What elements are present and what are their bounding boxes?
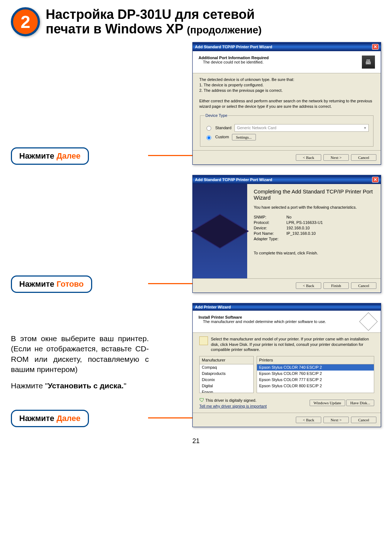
callout-prefix: Нажмите (19, 279, 57, 289)
disk-icon (199, 336, 208, 345)
fieldset-legend: Device Type (205, 113, 228, 118)
back-button[interactable]: < Back (296, 154, 321, 161)
window-title: Add Printer Wizard (195, 305, 231, 309)
title-line1: Настройка DP-301U для сетевой (46, 7, 255, 22)
list-item[interactable]: Dataproducts (200, 371, 253, 377)
have-disk-prefix: Нажмите " (11, 381, 48, 390)
header-bold: Install Printer Software (199, 315, 242, 319)
dropdown-card[interactable]: Generic Network Card ▾ (234, 124, 369, 132)
finish-button[interactable]: Finish (323, 282, 349, 289)
dialog-footer: < Back Next > Cancel (193, 413, 381, 427)
callout-highlight: Далее (57, 414, 81, 423)
next-button[interactable]: Next > (323, 154, 349, 161)
select-printer-text: В этом окне выберите ваш принтер. (Если … (11, 334, 149, 375)
dialog-footer: < Back Finish Cancel (193, 278, 381, 293)
back-button[interactable]: < Back (296, 417, 321, 423)
connector-line (148, 283, 193, 284)
instruction-text: Select the manufacturer and model of you… (211, 336, 374, 353)
list-item[interactable]: Epson Stylus COLOR 800 ESC/P 2 (257, 383, 374, 389)
back-button[interactable]: < Back (296, 282, 321, 289)
protocol-value: LPR, PS-116633-U1 (286, 220, 323, 225)
header-bold: Additional Port Information Required (199, 56, 269, 60)
device-type-fieldset: Device Type Standard Generic Network Car… (200, 113, 373, 147)
windows-update-button[interactable]: Windows Update (310, 400, 345, 406)
dialog-header: Additional Port Information Required The… (193, 51, 381, 73)
page-title: Настройка DP-301U для сетевой печати в W… (46, 7, 262, 36)
body-intro: The detected device is of unknown type. … (199, 77, 374, 82)
have-disk-suffix: " (124, 381, 126, 390)
callout-prefix: Нажмите (19, 414, 57, 423)
dialog-body: The detected device is of unknown type. … (193, 73, 381, 150)
step-number-circle: 2 (11, 7, 40, 36)
list-item[interactable]: Epson Stylus COLOR 760 ESC/P 2 (257, 371, 374, 377)
wizard-content: Completing the Add Standard TCP/IP Print… (247, 184, 381, 278)
signed-text: This driver is digitally signed. (205, 398, 257, 402)
protocol-label: Protocol: (254, 220, 286, 225)
printer-3d-icon (191, 214, 249, 249)
finish-line: To complete this wizard, click Finish. (254, 251, 374, 255)
printer-icon: 🖶 (362, 56, 375, 69)
shield-icon: 🛡 (199, 397, 204, 403)
next-button[interactable]: Next > (323, 417, 349, 423)
connector-line (148, 417, 193, 418)
dialog-port-info: Add Standard TCP/IP Printer Port Wizard … (192, 42, 381, 165)
radio-standard[interactable] (207, 126, 211, 131)
device-value: 192.168.0.10 (286, 226, 310, 230)
manufacturer-list[interactable]: Manufacturer Compaq Dataproducts Diconix… (199, 356, 254, 393)
dialog-body: Select the manufacturer and model of you… (193, 333, 381, 413)
list-item[interactable]: Epson Stylus COLOR 777 ESC/P 2 (257, 377, 374, 383)
printers-list[interactable]: Printers Epson Stylus COLOR 740 ESC/P 2 … (257, 356, 374, 393)
list-item[interactable]: Diconix (200, 377, 253, 383)
portname-value: IP_192.168.0.10 (286, 231, 316, 236)
have-disk-bold: Установить с диска. (48, 381, 123, 390)
window-title: Add Standard TCP/IP Printer Port Wizard (195, 45, 272, 49)
callout-highlight: Готово (57, 279, 84, 289)
dialog-completing: Add Standard TCP/IP Printer Port Wizard … (192, 175, 381, 293)
signing-link[interactable]: Tell me why driver signing is important (199, 404, 267, 408)
radio-standard-label: Standard (215, 125, 232, 131)
list-item[interactable]: Epson (200, 389, 253, 393)
list-item[interactable]: Digital (200, 383, 253, 389)
dialog-header: Install Printer Software The manufacture… (193, 311, 381, 333)
dropdown-value: Generic Network Card (237, 125, 277, 131)
list-item[interactable]: Compaq (200, 364, 253, 371)
body-li1: 1. The device is properly configured. (199, 82, 374, 88)
close-icon[interactable]: ✕ (372, 44, 379, 50)
cancel-button[interactable]: Cancel (351, 154, 376, 161)
step-header: 2 Настройка DP-301U для сетевой печати в… (11, 7, 381, 36)
device-label: Device: (254, 226, 286, 230)
completing-heading: Completing the Add Standard TCP/IP Print… (254, 188, 374, 201)
wizard-sidebar (193, 184, 247, 278)
portname-label: Port Name: (254, 231, 286, 236)
body-li2: 2. The address on the previous page is c… (199, 88, 374, 93)
snmp-value: No (286, 215, 291, 219)
window-title: Add Standard TCP/IP Printer Port Wizard (195, 177, 272, 182)
cancel-button[interactable]: Cancel (351, 417, 376, 423)
titlebar: Add Standard TCP/IP Printer Port Wizard … (193, 175, 381, 184)
header-sub: The device could not be identified. (199, 60, 264, 64)
printers-header: Printers (257, 356, 374, 364)
cancel-button[interactable]: Cancel (351, 282, 376, 289)
titlebar: Add Standard TCP/IP Printer Port Wizard … (193, 42, 381, 51)
close-icon[interactable]: ✕ (372, 177, 379, 183)
chevron-down-icon: ▾ (364, 125, 366, 131)
completing-sub: You have selected a port with the follow… (254, 205, 374, 209)
manufacturer-header: Manufacturer (200, 356, 253, 364)
dialog-footer: < Back Next > Cancel (193, 150, 381, 164)
dialog-add-printer: Add Printer Wizard Install Printer Softw… (192, 303, 381, 427)
radio-custom-label: Custom (215, 134, 229, 140)
have-disk-text: Нажмите "Установить с диска." (11, 381, 149, 391)
settings-button[interactable]: Settings... (232, 134, 256, 140)
radio-custom[interactable] (207, 135, 211, 140)
title-continuation: (продолжение) (187, 24, 262, 36)
have-disk-button[interactable]: Have Disk... (346, 400, 374, 406)
printer-icon (359, 312, 378, 331)
title-line2: печати в Windows XP (46, 21, 183, 36)
adapter-label: Adapter Type: (254, 237, 286, 241)
callout-finish: Нажмите Готово (11, 275, 92, 293)
list-item[interactable]: Epson Stylus COLOR 740 ESC/P 2 (257, 364, 374, 371)
snmp-label: SNMP: (254, 215, 286, 219)
callout-prefix: Нажмите (19, 151, 57, 160)
titlebar: Add Printer Wizard (193, 303, 381, 311)
connector-line (148, 155, 193, 156)
